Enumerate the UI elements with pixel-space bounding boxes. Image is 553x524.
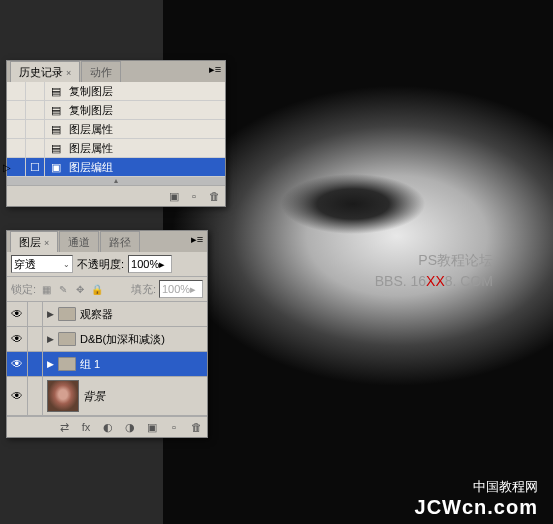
twisty-icon[interactable]: ▶ [47,359,54,369]
layer-row-group[interactable]: 👁 ▶ 组 1 [7,352,207,377]
footer-wm-line1: 中国教程网 [415,478,538,496]
visibility-toggle[interactable]: 👁 [7,302,28,326]
tab-channels[interactable]: 通道 [59,231,99,252]
new-group-icon[interactable]: ▣ [145,420,159,434]
doc-icon: ▤ [49,103,63,117]
scroll-up-icon[interactable]: ▴ [7,177,225,185]
canvas-area: PS教程论坛 BBS. 16XX8. COM 中国教程网 JCWcn.com 历… [0,0,553,524]
panel-menu-icon[interactable]: ▸≡ [189,233,205,246]
new-snapshot-icon[interactable]: ▣ [167,189,181,203]
link-cell[interactable] [28,377,43,415]
twisty-icon[interactable]: ▶ [47,309,54,319]
new-doc-icon[interactable]: ▫ [187,189,201,203]
history-panel[interactable]: 历史记录× 动作 ▸≡ ▤ 复制图层 ▤ 复制图层 [6,60,226,207]
history-target-cell[interactable] [26,101,45,119]
fill-label: 填充: [131,282,156,297]
lock-label: 锁定: [11,282,36,297]
history-pointer-icon: ▷ [7,162,11,173]
eye-icon: 👁 [11,307,23,321]
blend-mode-dropdown[interactable]: 穿透 ⌄ [11,255,73,273]
opacity-input[interactable]: 100% ▸ [128,255,172,273]
new-layer-icon[interactable]: ▫ [167,420,181,434]
watermark-footer: 中国教程网 JCWcn.com [415,478,538,519]
layers-tab-bar: 图层× 通道 路径 ▸≡ [7,231,207,252]
history-item[interactable]: ▷ ☐ ▣ 图层编组 [7,158,225,177]
folder-icon [58,332,76,346]
history-target-cell[interactable]: ☐ [26,158,45,176]
history-list: ▤ 复制图层 ▤ 复制图层 ▤ 图层属性 ▤ 图层属性 [7,82,225,177]
layers-panel[interactable]: 图层× 通道 路径 ▸≡ 穿透 ⌄ 不透明度: 100% ▸ 锁定: ▦ ✎ [6,230,208,438]
doc-icon: ▤ [49,122,63,136]
chevron-right-icon[interactable]: ▸ [190,283,196,296]
lock-move-icon[interactable]: ✥ [73,282,87,296]
history-brush-cell[interactable] [7,139,26,157]
close-icon[interactable]: × [44,238,49,248]
layers-footer: ⇄ fx ◐ ◑ ▣ ▫ 🗑 [7,416,207,437]
trash-icon[interactable]: 🗑 [189,420,203,434]
layer-row-background[interactable]: 👁 背景 [7,377,207,416]
lock-brush-icon[interactable]: ✎ [56,282,70,296]
trash-icon[interactable]: 🗑 [207,189,221,203]
blend-opacity-row: 穿透 ⌄ 不透明度: 100% ▸ [7,252,207,277]
eye-icon: 👁 [11,357,23,371]
lock-row: 锁定: ▦ ✎ ✥ 🔒 填充: 100% ▸ [7,277,207,302]
lock-all-icon[interactable]: 🔒 [90,282,104,296]
tab-actions[interactable]: 动作 [81,61,121,82]
adjustment-icon[interactable]: ◑ [123,420,137,434]
link-layers-icon[interactable]: ⇄ [57,420,71,434]
mask-icon[interactable]: ◐ [101,420,115,434]
history-item[interactable]: ▤ 复制图层 [7,82,225,101]
layer-name: 观察器 [80,307,113,322]
lock-transparent-icon[interactable]: ▦ [39,282,53,296]
history-footer: ▣ ▫ 🗑 [7,185,225,206]
eye-image [213,120,493,260]
opacity-label: 不透明度: [77,257,124,272]
history-tab-bar: 历史记录× 动作 ▸≡ [7,61,225,82]
history-target-cell[interactable] [26,139,45,157]
history-brush-cell[interactable] [7,120,26,138]
eye-icon: 👁 [11,332,23,346]
tab-history[interactable]: 历史记录× [10,61,80,82]
close-icon[interactable]: × [66,68,71,78]
link-cell[interactable] [28,352,43,376]
doc-icon: ▤ [49,141,63,155]
history-item[interactable]: ▤ 复制图层 [7,101,225,120]
watermark-forum: PS教程论坛 BBS. 16XX8. COM [375,250,493,292]
history-item[interactable]: ▤ 图层属性 [7,139,225,158]
link-cell[interactable] [28,327,43,351]
layer-name: 组 1 [80,357,100,372]
layer-name: D&B(加深和减淡) [80,332,165,347]
history-target-cell[interactable] [26,120,45,138]
footer-wm-line2: JCWcn.com [415,496,538,519]
history-brush-cell[interactable] [7,82,26,100]
chevron-down-icon: ⌄ [63,260,70,269]
visibility-toggle[interactable]: 👁 [7,377,28,415]
tab-layers[interactable]: 图层× [10,231,58,252]
layer-row-group[interactable]: 👁 ▶ D&B(加深和减淡) [7,327,207,352]
visibility-toggle[interactable]: 👁 [7,352,28,376]
group-icon: ▣ [49,160,63,174]
layer-list: 👁 ▶ 观察器 👁 ▶ D&B(加深和减淡) 👁 [7,302,207,416]
watermark-line1: PS教程论坛 [375,250,493,271]
layer-row-group[interactable]: 👁 ▶ 观察器 [7,302,207,327]
layer-thumbnail [47,380,79,412]
tab-paths[interactable]: 路径 [100,231,140,252]
eye-icon: 👁 [11,389,23,403]
visibility-toggle[interactable]: 👁 [7,327,28,351]
fill-input[interactable]: 100% ▸ [159,280,203,298]
layer-name: 背景 [83,389,105,404]
panel-menu-icon[interactable]: ▸≡ [207,63,223,76]
link-cell[interactable] [28,302,43,326]
watermark-line2: BBS. 16XX8. COM [375,271,493,292]
chevron-right-icon[interactable]: ▸ [159,258,165,271]
history-target-cell[interactable] [26,82,45,100]
fx-icon[interactable]: fx [79,420,93,434]
history-item[interactable]: ▤ 图层属性 [7,120,225,139]
history-brush-cell[interactable] [7,101,26,119]
twisty-icon[interactable]: ▶ [47,334,54,344]
doc-icon: ▤ [49,84,63,98]
folder-icon [58,357,76,371]
folder-icon [58,307,76,321]
